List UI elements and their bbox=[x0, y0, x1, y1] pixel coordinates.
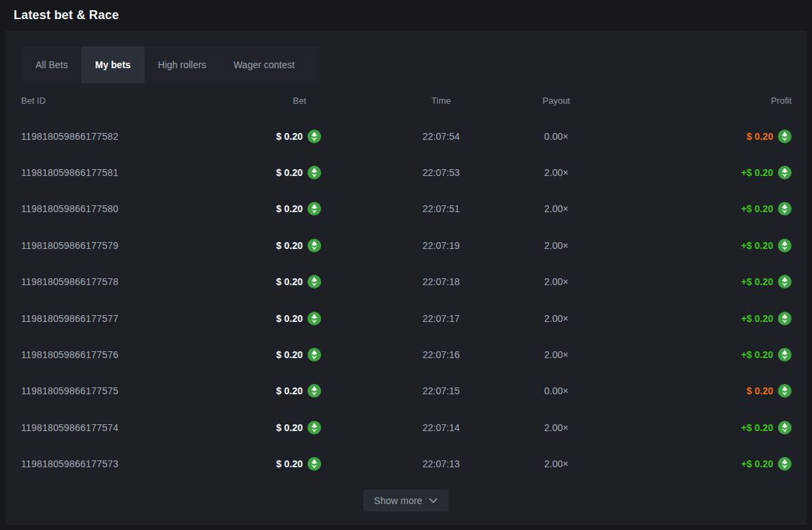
payout-cell: 2.00× bbox=[544, 276, 568, 287]
chevron-down-icon bbox=[429, 498, 438, 503]
profit-cell: +$ 0.20 bbox=[741, 166, 792, 179]
etc-coin-icon bbox=[307, 202, 321, 216]
bet-id-cell: 119818059866177580 bbox=[21, 203, 119, 214]
etc-coin-icon bbox=[778, 457, 792, 471]
header-profit: Profit bbox=[771, 95, 792, 106]
bet-amount-value: $ 0.20 bbox=[276, 349, 303, 360]
bet-table-row[interactable]: 119818059866177577 $ 0.20 22:07:17 2.00×… bbox=[21, 300, 792, 336]
bet-table-row[interactable]: 119818059866177581 $ 0.20 22:07:53 2.00×… bbox=[21, 154, 792, 190]
time-cell: 22:07:17 bbox=[423, 313, 460, 324]
etc-coin-icon bbox=[307, 166, 321, 179]
bet-id-cell: 119818059866177581 bbox=[21, 167, 119, 178]
payout-cell: 2.00× bbox=[544, 422, 568, 433]
bet-amount-value: $ 0.20 bbox=[276, 240, 303, 251]
time-cell: 22:07:19 bbox=[423, 240, 460, 251]
payout-cell: 2.00× bbox=[544, 203, 568, 214]
tab-high-rollers[interactable]: High rollers bbox=[145, 46, 220, 83]
time-cell: 22:07:54 bbox=[423, 131, 460, 142]
etc-coin-icon bbox=[778, 202, 792, 216]
etc-coin-icon bbox=[307, 130, 321, 143]
show-more-container: Show more bbox=[5, 490, 807, 512]
bet-amount-value: $ 0.20 bbox=[276, 131, 303, 142]
bet-table-row[interactable]: 119818059866177573 $ 0.20 22:07:13 2.00×… bbox=[21, 446, 792, 482]
tab-label: My bets bbox=[95, 59, 130, 70]
bet-amount-cell: $ 0.20 bbox=[276, 348, 321, 362]
payout-cell: 2.00× bbox=[544, 240, 568, 251]
bet-id-cell: 119818059866177578 bbox=[21, 276, 119, 287]
time-cell: 22:07:14 bbox=[423, 422, 460, 433]
time-cell: 22:07:16 bbox=[423, 349, 460, 360]
tab-label: All Bets bbox=[35, 59, 67, 70]
bet-amount-cell: $ 0.20 bbox=[276, 239, 321, 252]
bet-amount-cell: $ 0.20 bbox=[276, 421, 321, 435]
payout-cell: 2.00× bbox=[544, 458, 568, 469]
payout-cell: 0.00× bbox=[544, 131, 568, 142]
profit-cell: +$ 0.20 bbox=[741, 312, 792, 325]
bet-amount-cell: $ 0.20 bbox=[276, 130, 321, 143]
profit-cell: +$ 0.20 bbox=[741, 202, 792, 216]
etc-coin-icon bbox=[307, 275, 321, 289]
profit-value: +$ 0.20 bbox=[741, 458, 773, 469]
etc-coin-icon bbox=[778, 384, 792, 398]
header-payout: Payout bbox=[543, 95, 570, 106]
payout-cell: 2.00× bbox=[544, 167, 568, 178]
bet-table-row[interactable]: 119818059866177578 $ 0.20 22:07:18 2.00×… bbox=[21, 264, 792, 300]
bet-amount-value: $ 0.20 bbox=[276, 313, 303, 324]
header-time: Time bbox=[432, 95, 451, 106]
bet-id-cell: 119818059866177573 bbox=[21, 458, 119, 469]
bet-amount-value: $ 0.20 bbox=[276, 458, 303, 469]
bet-amount-value: $ 0.20 bbox=[276, 276, 303, 287]
table-body: 119818059866177582 $ 0.20 22:07:54 0.00×… bbox=[21, 118, 792, 482]
page-title: Latest bet & Race bbox=[14, 8, 119, 23]
profit-cell: +$ 0.20 bbox=[741, 421, 792, 435]
profit-value: +$ 0.20 bbox=[741, 240, 773, 251]
profit-value: +$ 0.20 bbox=[741, 167, 773, 178]
bet-amount-value: $ 0.20 bbox=[276, 385, 303, 396]
bet-amount-cell: $ 0.20 bbox=[276, 312, 321, 325]
time-cell: 22:07:51 bbox=[423, 203, 460, 214]
payout-cell: 2.00× bbox=[544, 313, 568, 324]
bet-table-row[interactable]: 119818059866177575 $ 0.20 22:07:15 0.00×… bbox=[21, 373, 792, 409]
profit-value: $ 0.20 bbox=[747, 385, 773, 396]
bet-id-cell: 119818059866177574 bbox=[21, 422, 119, 433]
etc-coin-icon bbox=[307, 239, 321, 252]
header-bet-id: Bet ID bbox=[21, 95, 253, 106]
payout-cell: 0.00× bbox=[544, 385, 568, 396]
latest-bets-panel: All Bets My bets High rollers Wager cont… bbox=[5, 31, 807, 525]
etc-coin-icon bbox=[778, 275, 792, 289]
tab-all-bets[interactable]: All Bets bbox=[22, 46, 81, 83]
show-more-label: Show more bbox=[374, 495, 423, 506]
tab-my-bets[interactable]: My bets bbox=[81, 46, 144, 83]
bet-amount-cell: $ 0.20 bbox=[276, 166, 321, 179]
bet-amount-cell: $ 0.20 bbox=[276, 275, 321, 289]
profit-cell: $ 0.20 bbox=[747, 130, 792, 143]
etc-coin-icon bbox=[778, 130, 792, 143]
bet-amount-cell: $ 0.20 bbox=[276, 457, 321, 471]
tab-wager-contest[interactable]: Wager contest bbox=[220, 46, 308, 83]
section-header: Latest bet & Race bbox=[0, 0, 812, 31]
header-bet: Bet bbox=[292, 95, 321, 106]
time-cell: 22:07:13 bbox=[423, 458, 460, 469]
bet-id-cell: 119818059866177579 bbox=[21, 240, 119, 251]
bet-amount-value: $ 0.20 bbox=[276, 422, 303, 433]
bet-table-row[interactable]: 119818059866177574 $ 0.20 22:07:14 2.00×… bbox=[21, 409, 792, 445]
tab-label: High rollers bbox=[158, 59, 207, 70]
bet-amount-value: $ 0.20 bbox=[276, 203, 303, 214]
time-cell: 22:07:53 bbox=[423, 167, 460, 178]
etc-coin-icon bbox=[778, 421, 792, 435]
bet-table-row[interactable]: 119818059866177580 $ 0.20 22:07:51 2.00×… bbox=[21, 191, 792, 227]
etc-coin-icon bbox=[307, 348, 321, 362]
bet-table-row[interactable]: 119818059866177576 $ 0.20 22:07:16 2.00×… bbox=[21, 336, 792, 372]
bet-table-row[interactable]: 119818059866177579 $ 0.20 22:07:19 2.00×… bbox=[21, 227, 792, 263]
show-more-button[interactable]: Show more bbox=[363, 490, 449, 512]
bet-table-row[interactable]: 119818059866177582 $ 0.20 22:07:54 0.00×… bbox=[21, 118, 792, 154]
profit-value: +$ 0.20 bbox=[741, 422, 773, 433]
bet-amount-value: $ 0.20 bbox=[276, 167, 303, 178]
etc-coin-icon bbox=[307, 384, 321, 398]
time-cell: 22:07:18 bbox=[423, 276, 460, 287]
profit-cell: +$ 0.20 bbox=[741, 275, 792, 289]
etc-coin-icon bbox=[778, 239, 792, 252]
etc-coin-icon bbox=[778, 312, 792, 325]
table-header-row: Bet ID Bet Time Payout Profit bbox=[21, 83, 792, 118]
profit-cell: +$ 0.20 bbox=[741, 457, 792, 471]
